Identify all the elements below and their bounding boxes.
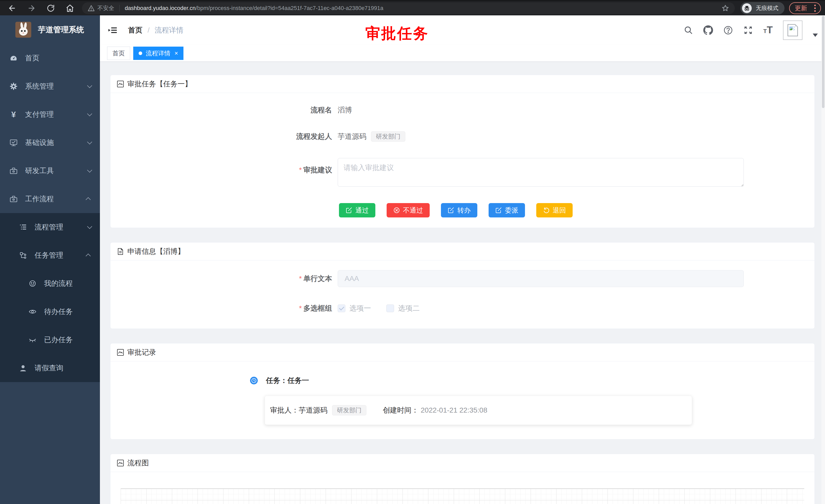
approval-record-card: 审批记录 任务：任务一 审批人： 芋道源码 研发部门 创建时间： 2022-01… xyxy=(110,343,815,439)
browser-reload-icon[interactable] xyxy=(47,4,55,12)
sidebar-item-system[interactable]: 系统管理 xyxy=(0,72,100,100)
dept-tag: 研发部门 xyxy=(371,132,405,142)
sidebar-item-infra[interactable]: 基础设施 xyxy=(0,129,100,157)
sidebar-item-todo-tasks[interactable]: 待办任务 xyxy=(0,298,100,326)
sidebar-item-my-process[interactable]: 我的流程 xyxy=(0,269,100,298)
transfer-button[interactable]: 转办 xyxy=(441,203,477,218)
checkbox-group-label: *多选框组 xyxy=(110,304,338,313)
red-annotation-text: 审批任务 xyxy=(333,23,461,44)
sidebar-item-process-mgmt[interactable]: 流程管理 xyxy=(0,213,100,241)
sidebar-item-home[interactable]: 首页 xyxy=(0,44,100,72)
incognito-label: 无痕模式 xyxy=(756,4,778,12)
workflow-submenu: 流程管理 任务管理 我的流程 待办任务 已办任务 xyxy=(0,213,100,382)
chevron-down-icon xyxy=(87,139,92,145)
tags-view-bar: 首页 流程详情 × xyxy=(100,45,825,62)
toolbox-icon xyxy=(9,195,18,203)
sidebar-item-label: 首页 xyxy=(25,53,40,63)
tree-icon xyxy=(19,251,27,259)
tab-home[interactable]: 首页 xyxy=(107,47,130,60)
process-name-value: 滔博 xyxy=(338,105,352,115)
avatar-dropdown-caret-icon[interactable] xyxy=(813,33,818,37)
initiator-value: 芋道源码 研发部门 xyxy=(338,132,405,142)
sidebar-toggle-icon[interactable] xyxy=(108,26,117,34)
sidebar-item-label: 流程管理 xyxy=(34,222,63,232)
breadcrumb: 首页 / 流程详情 xyxy=(128,25,183,35)
breadcrumb-separator: / xyxy=(148,26,150,34)
font-size-icon[interactable]: TT xyxy=(763,26,773,34)
yen-icon: ¥ xyxy=(9,110,18,119)
checkbox-unchecked-icon xyxy=(386,305,394,312)
fullscreen-icon[interactable] xyxy=(743,25,753,35)
active-tab-dot-icon xyxy=(139,52,142,55)
card-title: 审批任务【任务一】 xyxy=(127,79,192,89)
sidebar-item-label: 研发工具 xyxy=(25,166,54,176)
face-icon xyxy=(28,280,37,287)
bookmark-star-icon[interactable] xyxy=(722,4,729,12)
toolbox-icon xyxy=(9,167,18,175)
sidebar-item-task-mgmt[interactable]: 任务管理 xyxy=(0,241,100,269)
bpmn-diagram-canvas[interactable] xyxy=(121,488,804,504)
return-button[interactable]: 退回 xyxy=(536,203,573,218)
timeline-node: 任务：任务一 xyxy=(250,376,815,386)
sidebar-item-done-tasks[interactable]: 已办任务 xyxy=(0,326,100,354)
chevron-up-icon xyxy=(86,254,91,259)
person-icon xyxy=(19,364,27,372)
browser-forward-icon[interactable] xyxy=(27,4,36,12)
breadcrumb-home[interactable]: 首页 xyxy=(128,25,142,35)
scrollbar-thumb[interactable] xyxy=(822,16,824,108)
delegate-button[interactable]: 委派 xyxy=(489,203,525,218)
apply-info-card: 申请信息【滔博】 *单行文本 *多选框组 选项一 选项二 xyxy=(110,242,815,329)
list-icon xyxy=(19,223,27,231)
sidebar-item-label: 支付管理 xyxy=(25,110,54,119)
checkbox-checked-icon xyxy=(338,305,346,312)
app-title: 芋道管理系统 xyxy=(38,24,84,35)
suggestion-label: *审批建议 xyxy=(110,158,338,175)
picture-icon xyxy=(117,80,124,88)
card-title: 流程图 xyxy=(127,458,149,468)
security-label[interactable]: 不安全 xyxy=(97,4,114,12)
reject-button[interactable]: 不通过 xyxy=(387,203,430,218)
process-name-label: 流程名 xyxy=(110,105,338,115)
suggestion-row: *审批建议 xyxy=(110,158,815,187)
browser-update-button[interactable]: 更新 xyxy=(789,2,821,14)
address-bar[interactable]: 不安全 dashboard.yudao.iocoder.cn/bpm/proce… xyxy=(82,2,735,14)
sidebar-item-workflow[interactable]: 工作流程 xyxy=(0,185,100,213)
sidebar-item-leave-query[interactable]: 请假查询 xyxy=(0,354,100,382)
chevron-down-icon xyxy=(87,167,92,173)
browser-back-icon[interactable] xyxy=(8,4,16,12)
picture-icon xyxy=(117,348,124,356)
suggestion-textarea[interactable] xyxy=(338,158,744,187)
clock-icon xyxy=(250,377,258,385)
chevron-down-icon xyxy=(87,111,92,116)
approval-card-header: 审批任务【任务一】 xyxy=(110,75,815,93)
breadcrumb-current: 流程详情 xyxy=(155,25,183,35)
help-icon[interactable] xyxy=(723,25,733,35)
apply-card-header: 申请信息【滔博】 xyxy=(110,243,815,260)
approval-task-card: 审批任务【任务一】 流程名 滔博 流程发起人 芋道源码 研发部门 *审批建议 xyxy=(110,75,815,228)
single-text-label: *单行文本 xyxy=(110,274,338,283)
sidebar-item-label: 任务管理 xyxy=(34,250,63,260)
browser-toolbar: 不安全 dashboard.yudao.iocoder.cn/bpm/proce… xyxy=(0,0,825,15)
record-detail-card: 审批人： 芋道源码 研发部门 创建时间： 2022-01-21 22:35:08 xyxy=(265,396,692,425)
eye-open-icon xyxy=(28,308,37,316)
sidebar-item-payment[interactable]: ¥ 支付管理 xyxy=(0,100,100,129)
dept-tag: 研发部门 xyxy=(332,405,366,415)
sidebar-item-label: 待办任务 xyxy=(44,307,73,317)
single-text-row: *单行文本 xyxy=(110,270,815,287)
not-secure-icon xyxy=(88,5,95,12)
url-text[interactable]: dashboard.yudao.iocoder.cn/bpm/process-i… xyxy=(125,5,722,11)
close-tab-icon[interactable]: × xyxy=(174,50,178,56)
github-icon[interactable] xyxy=(703,25,713,35)
sidebar-item-devtools[interactable]: 研发工具 xyxy=(0,157,100,185)
browser-menu-icon[interactable] xyxy=(812,5,818,12)
monitor-icon xyxy=(9,139,18,147)
search-icon[interactable] xyxy=(684,26,693,35)
dashboard-icon xyxy=(9,54,18,62)
browser-home-icon[interactable] xyxy=(66,4,74,12)
approve-button[interactable]: 通过 xyxy=(339,203,375,218)
tab-process-detail[interactable]: 流程详情 × xyxy=(133,47,183,60)
avatar[interactable] xyxy=(783,20,803,40)
created-time-label: 创建时间： xyxy=(383,405,419,415)
checkbox-group: 选项一 选项二 xyxy=(338,304,420,313)
page-scrollbar[interactable] xyxy=(821,15,825,504)
